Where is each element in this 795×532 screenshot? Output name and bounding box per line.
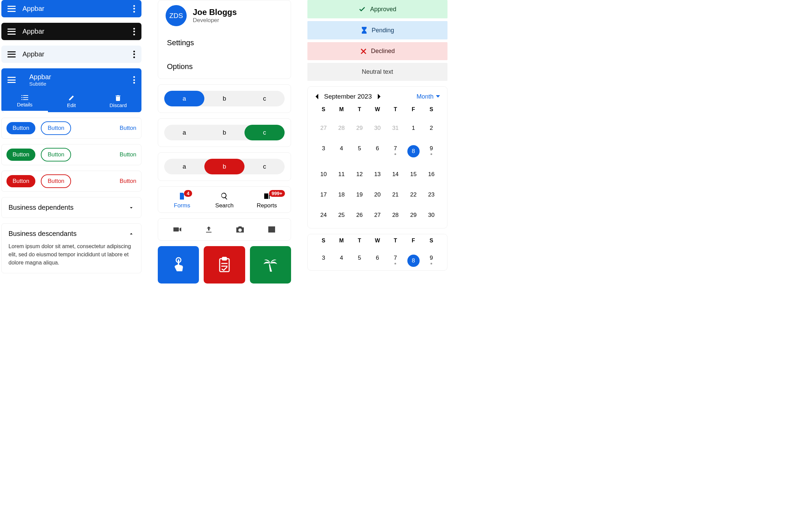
calendar-day[interactable]: 1 [404,121,422,135]
more-icon[interactable] [133,76,135,84]
calendar-day[interactable]: 2 [422,121,440,135]
button-filled[interactable]: Button [6,149,35,161]
calendar-day[interactable]: 5 [351,251,369,270]
calendar-day[interactable]: 3 [315,251,333,270]
button-outline[interactable]: Button [41,174,71,188]
calendar-day[interactable]: 10 [315,168,333,181]
calendar-day[interactable]: 13 [369,168,387,181]
button-text[interactable]: Button [120,178,136,185]
segment-a[interactable]: a [164,125,204,140]
calendar-day[interactable]: 27 [315,121,333,135]
calendar-day[interactable]: 7 [386,142,404,161]
camera-icon[interactable] [224,225,256,234]
menu-icon[interactable] [7,29,16,35]
tile-palm[interactable] [250,246,291,284]
list-item-options[interactable]: Options [158,55,291,79]
banner-label: Declined [371,48,395,55]
hourglass-icon [361,27,368,34]
menu-icon[interactable] [7,77,16,83]
button-outline[interactable]: Button [41,148,71,161]
calendar-day[interactable]: 25 [333,208,351,222]
calendar-day[interactable]: 26 [351,208,369,222]
day-header: W [369,106,387,115]
segment-c[interactable]: c [244,125,285,140]
image-icon[interactable] [256,225,288,234]
calendar-day[interactable]: 6 [369,251,387,270]
next-month-button[interactable] [377,93,382,100]
tab-edit[interactable]: Edit [48,91,95,112]
day-header: S [422,106,440,115]
appbar-title: Appbar [22,50,45,58]
calendar-day[interactable]: 4 [333,251,351,270]
calendar-day[interactable]: 15 [404,168,422,181]
menu-icon[interactable] [7,51,16,57]
calendar-day[interactable]: 20 [369,188,387,202]
nav-search[interactable]: Search [203,192,246,209]
banner-label: Neutral text [362,68,393,75]
button-outline[interactable]: Button [41,121,71,135]
segment-a[interactable]: a [164,91,204,106]
calendar-day[interactable]: 3 [315,142,333,161]
list-item-settings[interactable]: Settings [158,31,291,55]
calendar-day[interactable]: 19 [351,188,369,202]
video-icon[interactable] [162,225,193,234]
calendar-day[interactable]: 11 [333,168,351,181]
calendar-day[interactable]: 9 [422,142,440,161]
calendar-day[interactable]: 27 [369,208,387,222]
tile-clipboard[interactable] [204,246,245,284]
accordion-collapsed[interactable]: Business dependents [1,197,141,218]
segment-b[interactable]: b [204,125,244,140]
segment-a[interactable]: a [164,159,204,174]
calendar-day[interactable]: 4 [333,142,351,161]
calendar-day[interactable]: 5 [351,142,369,161]
calendar-day[interactable]: 29 [351,121,369,135]
calendar-day[interactable]: 28 [333,121,351,135]
button-text[interactable]: Button [120,151,136,158]
calendar-day[interactable]: 18 [333,188,351,202]
calendar-day[interactable]: 17 [315,188,333,202]
tab-details[interactable]: Details [1,91,48,112]
nav-forms[interactable]: 4 Forms [161,192,203,209]
calendar-day[interactable]: 21 [386,188,404,202]
svg-rect-4 [21,99,22,100]
calendar-day[interactable]: 22 [404,188,422,202]
calendar-day[interactable]: 31 [386,121,404,135]
calendar-day[interactable]: 24 [315,208,333,222]
accordion-expanded[interactable]: Business descendants Lorem ipsum dolor s… [1,223,141,273]
more-icon[interactable] [133,51,135,58]
calendar-month: September 2023 Month SMTWTFS272829303112… [307,86,447,228]
segment-b[interactable]: b [204,159,244,174]
button-filled[interactable]: Button [6,175,35,187]
button-filled[interactable]: Button [6,122,35,134]
segment-b[interactable]: b [204,91,244,106]
calendar-day[interactable]: 23 [422,188,440,202]
tile-touch[interactable] [158,246,199,284]
calendar-day[interactable]: 29 [404,208,422,222]
calendar-day[interactable]: 28 [386,208,404,222]
tab-discard[interactable]: Discard [95,91,141,112]
nav-reports[interactable]: 999+ Reports [246,192,288,209]
more-icon[interactable] [133,28,135,35]
segment-c[interactable]: c [244,91,285,106]
day-header: T [386,238,404,246]
calendar-week-grid: SMTWTFS3456789 [315,238,440,270]
calendar-day[interactable]: 7 [386,251,404,270]
tab-label: Details [17,102,33,107]
calendar-day[interactable]: 8 [404,142,422,161]
calendar-day[interactable]: 8 [404,251,422,270]
calendar-day[interactable]: 14 [386,168,404,181]
view-mode-dropdown[interactable]: Month [417,93,440,100]
svg-rect-2 [21,97,22,98]
menu-icon[interactable] [7,6,16,12]
segment-c[interactable]: c [244,159,285,174]
calendar-day[interactable]: 30 [422,208,440,222]
calendar-day[interactable]: 9 [422,251,440,270]
calendar-day[interactable]: 30 [369,121,387,135]
button-text[interactable]: Button [120,125,136,132]
more-icon[interactable] [133,5,135,13]
calendar-day[interactable]: 6 [369,142,387,161]
upload-icon[interactable] [193,225,225,234]
calendar-day[interactable]: 16 [422,168,440,181]
prev-month-button[interactable] [315,93,319,100]
calendar-day[interactable]: 12 [351,168,369,181]
